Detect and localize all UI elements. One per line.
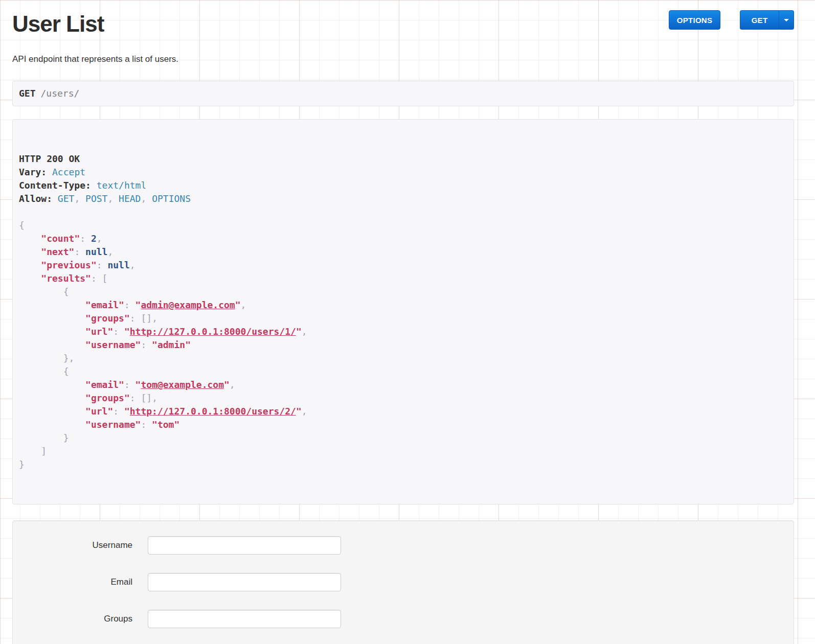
form-row-groups: Groups [13,610,794,628]
json-link[interactable]: tom@example.com [141,379,224,390]
form-row-username: Username [13,536,794,555]
form-row-email: Email [13,573,794,591]
request-path: /users/ [41,88,80,99]
email-input[interactable] [148,573,341,591]
json-link[interactable]: http://127.0.0.1:8000/users/1/ [130,326,296,337]
groups-input[interactable] [148,610,341,628]
response-body: HTTP 200 OKVary: AcceptContent-Type: tex… [19,152,787,471]
caret-down-icon [784,19,789,21]
json-link[interactable]: admin@example.com [141,300,235,310]
page-description: API endpoint that represents a list of u… [12,54,794,64]
response-panel: HTTP 200 OKVary: AcceptContent-Type: tex… [12,119,794,504]
request-bar: GET/users/ [12,81,794,106]
page-container: OPTIONS GET User List API endpoint that … [12,0,794,644]
username-label: Username [13,536,132,555]
get-split-button: GET [740,10,794,30]
email-label: Email [13,573,132,591]
request-method: GET [19,88,36,99]
toolbar: OPTIONS GET [669,10,794,30]
json-link[interactable]: http://127.0.0.1:8000/users/2/ [130,406,296,417]
create-user-form: Username Email Groups POST [12,520,794,644]
get-button[interactable]: GET [740,10,779,30]
get-dropdown-toggle[interactable] [779,10,794,30]
groups-label: Groups [13,610,132,628]
username-input[interactable] [148,536,341,555]
options-button[interactable]: OPTIONS [669,10,720,30]
